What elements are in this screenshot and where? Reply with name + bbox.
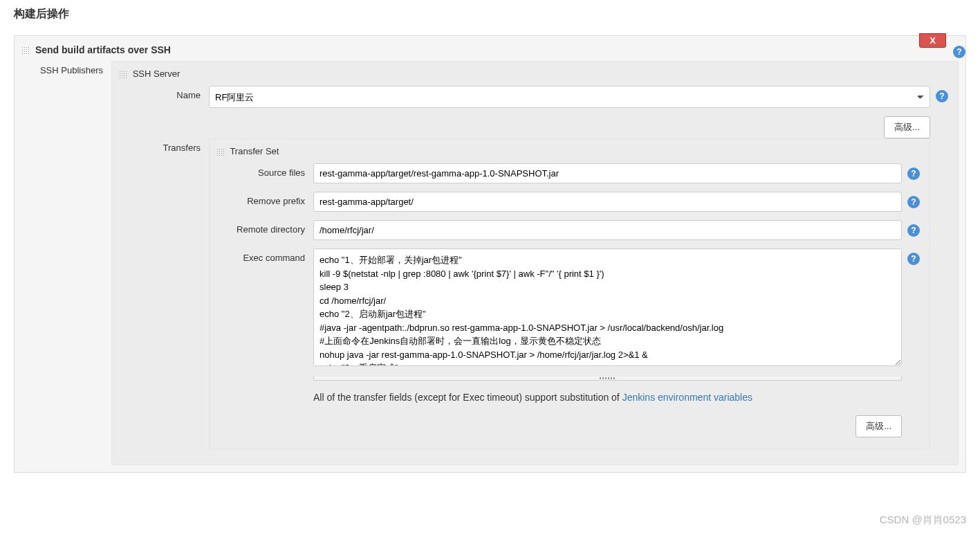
help-icon[interactable]: ? bbox=[907, 167, 920, 180]
remote-directory-label: Remote directory bbox=[216, 220, 313, 235]
post-build-section: X ? Send build artifacts over SSH SSH Pu… bbox=[14, 35, 966, 473]
help-icon[interactable]: ? bbox=[936, 90, 948, 102]
help-icon[interactable]: ? bbox=[907, 196, 920, 208]
advanced-button[interactable]: 高级... bbox=[856, 415, 902, 437]
name-label: Name bbox=[119, 86, 209, 100]
page-title: 构建后操作 bbox=[0, 0, 980, 28]
delete-button[interactable]: X bbox=[919, 33, 946, 48]
exec-command-label: Exec command bbox=[216, 248, 313, 263]
ssh-server-header: SSH Server bbox=[119, 66, 951, 86]
drag-handle-icon[interactable] bbox=[21, 46, 30, 55]
exec-command-textarea[interactable] bbox=[313, 248, 902, 366]
ssh-publishers-label: SSH Publishers bbox=[21, 61, 111, 75]
section-title: Send build artifacts over SSH bbox=[35, 44, 171, 55]
info-line: All of the transfer fields (except for E… bbox=[313, 381, 923, 410]
remote-directory-input[interactable] bbox=[313, 220, 902, 240]
help-icon[interactable]: ? bbox=[953, 46, 965, 58]
source-files-input[interactable] bbox=[313, 163, 902, 183]
ssh-server-block: SSH Server Name RF阿里云 ? 高级... Transfers bbox=[111, 61, 959, 465]
drag-handle-icon[interactable] bbox=[119, 71, 127, 79]
transfer-set-header: Transfer Set bbox=[216, 143, 923, 163]
help-icon[interactable]: ? bbox=[907, 224, 920, 237]
transfers-label: Transfers bbox=[119, 138, 209, 153]
env-vars-link[interactable]: Jenkins environment variables bbox=[622, 392, 752, 403]
help-icon[interactable]: ? bbox=[907, 253, 920, 265]
drag-handle-icon[interactable] bbox=[216, 148, 225, 156]
section-header: Send build artifacts over SSH bbox=[21, 42, 959, 61]
server-name-select[interactable]: RF阿里云 bbox=[209, 86, 930, 108]
source-files-label: Source files bbox=[216, 163, 313, 178]
remove-prefix-input[interactable] bbox=[313, 192, 902, 212]
transfer-set-block: Transfer Set Source files ? Remove prefi… bbox=[209, 138, 930, 449]
advanced-button[interactable]: 高级... bbox=[884, 116, 930, 138]
remove-prefix-label: Remove prefix bbox=[216, 192, 313, 206]
